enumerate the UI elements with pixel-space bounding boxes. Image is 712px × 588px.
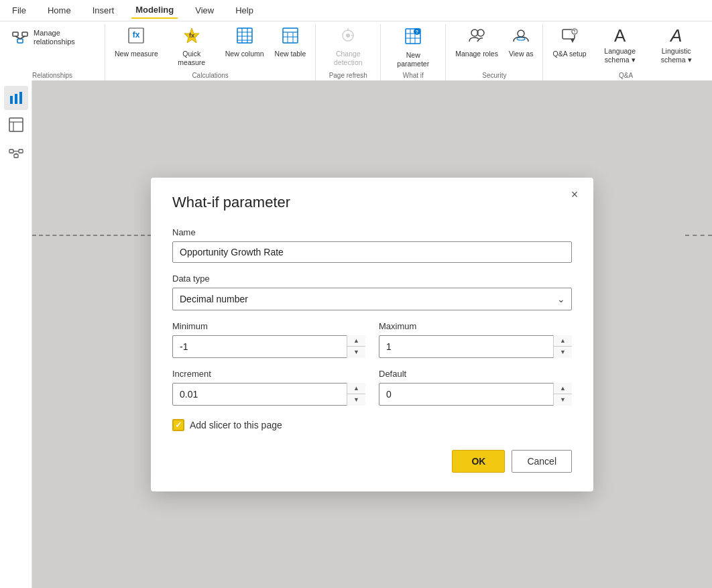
new-measure-button[interactable]: fx New measure [111, 24, 162, 61]
minimum-label: Minimum [172, 321, 365, 331]
quick-measure-icon: fx [183, 27, 200, 47]
default-decrement-btn[interactable]: ▼ [554, 394, 572, 406]
svg-point-34 [517, 38, 525, 40]
svg-point-33 [518, 30, 524, 37]
minimum-input[interactable] [172, 335, 365, 358]
svg-rect-15 [283, 28, 298, 43]
manage-relationships-label: Manage relationships [34, 29, 94, 46]
language-schema-label: Language schema ▾ [597, 47, 643, 64]
dialog-close-button[interactable]: × [565, 186, 584, 204]
ribbon-group-calculations: fx New measure fx Quick measure [105, 24, 316, 82]
new-column-icon [236, 27, 253, 47]
quick-measure-label: Quick measure [169, 50, 215, 66]
manage-relationships-button[interactable]: Manage relationships [5, 24, 99, 51]
increment-increment-btn[interactable]: ▲ [347, 383, 365, 395]
data-type-label: Data type [172, 274, 572, 284]
sidebar [0, 80, 32, 588]
ribbon-group-whatif: ? New parameter What if [381, 24, 446, 82]
quick-measure-button[interactable]: fx Quick measure [165, 24, 219, 69]
svg-rect-46 [9, 150, 13, 153]
maximum-decrement-btn[interactable]: ▼ [554, 347, 572, 358]
change-detection-label: Change detection [325, 50, 371, 66]
default-input[interactable] [379, 383, 572, 406]
menu-file[interactable]: File [8, 3, 30, 18]
name-label: Name [172, 227, 572, 237]
svg-rect-1 [22, 32, 27, 36]
manage-relationships-icon [11, 27, 29, 48]
increment-input[interactable] [172, 383, 365, 406]
maximum-increment-btn[interactable]: ▲ [554, 335, 572, 347]
menu-bar: File Home Insert Modeling View Help [0, 0, 712, 21]
language-schema-button[interactable]: A Language schema ▾ [593, 24, 647, 66]
new-table-label: New table [275, 50, 306, 58]
menu-help[interactable]: Help [231, 3, 257, 18]
ribbon-group-security: Manage roles View as Security [446, 24, 543, 82]
svg-rect-48 [14, 154, 18, 158]
minimum-increment-btn[interactable]: ▲ [347, 335, 365, 347]
menu-view[interactable]: View [191, 3, 218, 18]
default-field-group: Default ▲ ▼ [379, 369, 572, 406]
modal-overlay: × What-if parameter Name Data type Decim… [32, 80, 712, 588]
maximum-field-group: Maximum ▲ ▼ [379, 321, 572, 358]
linguistic-schema-button[interactable]: A Linguistic schema ▾ [650, 24, 703, 66]
new-table-button[interactable]: New table [271, 24, 310, 61]
add-slicer-checkbox[interactable]: ✓ [172, 419, 184, 431]
new-parameter-button[interactable]: ? New parameter [386, 24, 440, 70]
svg-point-21 [346, 34, 350, 38]
ribbon-group-qa: Q&A setup A Language schema ▾ A Linguist… [543, 24, 708, 82]
data-type-field-group: Data type Decimal number Whole number Fi… [172, 274, 572, 310]
menu-home[interactable]: Home [44, 3, 75, 18]
default-spinner-buttons: ▲ ▼ [553, 383, 572, 406]
svg-point-39 [574, 33, 575, 34]
maximum-spinner-buttons: ▲ ▼ [553, 335, 572, 358]
new-measure-label: New measure [115, 50, 158, 58]
new-column-button[interactable]: New column [221, 24, 268, 61]
cancel-button[interactable]: Cancel [512, 450, 572, 473]
default-spinner: ▲ ▼ [379, 383, 572, 406]
increment-field-group: Increment ▲ ▼ [172, 369, 365, 406]
view-as-label: View as [509, 50, 534, 58]
increment-label: Increment [172, 369, 365, 379]
manage-roles-icon [468, 27, 485, 47]
increment-default-row: Increment ▲ ▼ Default ▲ [172, 369, 572, 406]
name-input[interactable] [172, 241, 572, 263]
new-parameter-label: New parameter [390, 51, 436, 68]
maximum-label: Maximum [379, 321, 572, 331]
sidebar-icon-report[interactable] [4, 86, 28, 110]
qa-setup-label: Q&A setup [552, 50, 586, 58]
new-column-label: New column [225, 50, 264, 58]
manage-roles-label: Manage roles [455, 50, 498, 58]
dialog-actions: OK Cancel [172, 450, 572, 473]
minimum-decrement-btn[interactable]: ▼ [347, 347, 365, 358]
new-table-icon [282, 27, 299, 47]
menu-modeling[interactable]: Modeling [131, 2, 178, 19]
svg-rect-47 [19, 150, 23, 153]
qa-setup-button[interactable]: Q&A setup [548, 24, 590, 61]
maximum-input[interactable] [379, 335, 572, 358]
linguistic-schema-icon: A [670, 27, 682, 44]
whatif-dialog: × What-if parameter Name Data type Decim… [151, 178, 593, 491]
ribbon: Manage relationships Relationships fx Ne… [0, 21, 712, 82]
min-max-row: Minimum ▲ ▼ Maximum ▲ [172, 321, 572, 358]
ok-button[interactable]: OK [452, 450, 505, 473]
data-type-select[interactable]: Decimal number Whole number Fixed decima… [172, 288, 572, 310]
default-label: Default [379, 369, 572, 379]
menu-insert[interactable]: Insert [88, 3, 119, 18]
increment-decrement-btn[interactable]: ▼ [347, 394, 365, 406]
sidebar-icon-data[interactable] [4, 113, 28, 137]
data-type-select-wrapper: Decimal number Whole number Fixed decima… [172, 288, 572, 310]
add-slicer-row: ✓ Add slicer to this page [172, 419, 572, 431]
svg-rect-41 [15, 94, 17, 104]
sidebar-icon-model[interactable] [4, 139, 28, 164]
view-as-button[interactable]: View as [505, 24, 538, 61]
change-detection-button[interactable]: Change detection [321, 24, 375, 69]
dialog-title: What-if parameter [172, 194, 572, 211]
svg-marker-36 [571, 39, 575, 43]
maximum-spinner: ▲ ▼ [379, 335, 572, 358]
svg-rect-42 [19, 92, 22, 104]
manage-roles-button[interactable]: Manage roles [451, 24, 502, 61]
svg-text:fx: fx [189, 32, 194, 39]
increment-spinner: ▲ ▼ [172, 383, 365, 406]
add-slicer-label: Add slicer to this page [190, 420, 282, 430]
default-increment-btn[interactable]: ▲ [554, 383, 572, 395]
